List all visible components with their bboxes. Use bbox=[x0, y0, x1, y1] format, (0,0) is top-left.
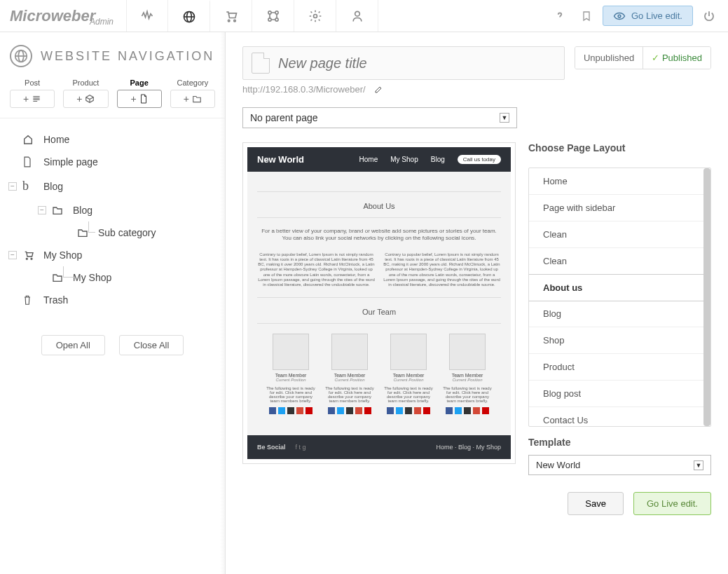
tree-item-myshop-child[interactable]: My Shop bbox=[10, 266, 215, 289]
go-live-button[interactable]: Go Live edit. bbox=[633, 492, 711, 515]
close-all-button[interactable]: Close All bbox=[119, 335, 184, 355]
save-button[interactable]: Save bbox=[568, 492, 624, 515]
collapse-toggle[interactable]: − bbox=[8, 251, 17, 259]
tab-settings[interactable] bbox=[294, 0, 336, 32]
tree-item-simple-page[interactable]: Simple page bbox=[10, 151, 215, 173]
svg-point-14 bbox=[31, 258, 32, 259]
layout-item[interactable]: Clean bbox=[529, 248, 710, 275]
blog-icon: b bbox=[22, 179, 35, 193]
choose-layout-title: Choose Page Layout bbox=[528, 142, 711, 153]
layout-item[interactable]: Product bbox=[529, 354, 710, 381]
tree-item-home[interactable]: Home bbox=[10, 128, 215, 151]
layout-item[interactable]: Page with sidebar bbox=[529, 195, 710, 221]
sidebar-title: WEBSITE NAVIGATION bbox=[41, 49, 214, 64]
topbar: Microweber Admin Go Live ed bbox=[0, 0, 728, 32]
content-type-category[interactable]: Category + bbox=[170, 78, 215, 108]
help-icon[interactable] bbox=[549, 10, 570, 22]
tree-item-blog-child[interactable]: − Blog bbox=[10, 199, 215, 221]
publish-status-toggle: Unpublished ✓ Published bbox=[575, 46, 711, 69]
edit-url-icon[interactable] bbox=[374, 86, 383, 94]
collapse-toggle[interactable]: − bbox=[8, 182, 17, 191]
layout-item[interactable]: Blog bbox=[529, 301, 710, 327]
right-panel: Choose Page Layout HomePage with sidebar… bbox=[528, 142, 711, 515]
trash-icon bbox=[22, 294, 35, 306]
content-type-page[interactable]: Page + bbox=[117, 78, 162, 108]
collapse-toggle[interactable]: − bbox=[38, 206, 46, 214]
brand[interactable]: Microweber Admin bbox=[0, 3, 126, 29]
content-type-post[interactable]: Post + bbox=[10, 78, 55, 108]
home-icon bbox=[22, 134, 35, 145]
cart-icon bbox=[22, 250, 35, 261]
parent-page-select[interactable]: No parent page ▼ bbox=[242, 107, 517, 128]
page-url: http://192.168.0.3/Microweber/ bbox=[242, 84, 366, 95]
svg-point-13 bbox=[26, 258, 27, 259]
globe-icon bbox=[10, 45, 32, 67]
go-live-label: Go Live edit. bbox=[631, 11, 682, 21]
page-title-input[interactable] bbox=[278, 55, 556, 71]
bookmark-icon[interactable] bbox=[576, 10, 597, 22]
svg-point-9 bbox=[355, 11, 359, 16]
layout-preview: New World Home My Shop Blog Call us toda… bbox=[242, 142, 516, 464]
tree-item-myshop[interactable]: − My Shop bbox=[10, 244, 215, 266]
svg-point-4 bbox=[268, 11, 270, 13]
tab-users[interactable] bbox=[336, 0, 378, 32]
power-icon[interactable] bbox=[699, 10, 720, 22]
open-all-button[interactable]: Open All bbox=[41, 335, 105, 355]
url-row: http://192.168.0.3/Microweber/ bbox=[242, 84, 711, 95]
layout-list: HomePage with sidebarCleanCleanAbout usB… bbox=[528, 168, 711, 427]
layout-item[interactable]: About us bbox=[528, 274, 711, 301]
brand-main: Microweber bbox=[10, 7, 95, 25]
tab-modules[interactable] bbox=[252, 0, 294, 32]
tree-item-blog[interactable]: − b Blog bbox=[10, 173, 215, 199]
layout-item[interactable]: Home bbox=[529, 168, 710, 195]
sidebar: WEBSITE NAVIGATION Post + Product + Page… bbox=[0, 32, 226, 574]
svg-point-8 bbox=[313, 14, 317, 18]
layout-item[interactable]: Shop bbox=[529, 327, 710, 354]
svg-point-10 bbox=[618, 15, 621, 18]
dropdown-arrow-icon: ▼ bbox=[500, 113, 509, 123]
layout-item[interactable]: Clean bbox=[529, 221, 710, 248]
svg-point-2 bbox=[228, 20, 230, 21]
page-title-box bbox=[242, 46, 565, 80]
svg-point-5 bbox=[275, 11, 277, 13]
template-select[interactable]: New World ▼ bbox=[528, 455, 711, 475]
content-area: Unpublished ✓ Published http://192.168.0… bbox=[226, 32, 728, 574]
brand-sub: Admin bbox=[90, 17, 114, 27]
tree-item-trash[interactable]: Trash bbox=[10, 289, 215, 311]
go-live-button-top[interactable]: Go Live edit. bbox=[603, 6, 693, 26]
dropdown-arrow-icon: ▼ bbox=[694, 460, 703, 470]
layout-item[interactable]: Blog post bbox=[529, 381, 710, 407]
content-type-product[interactable]: Product + bbox=[63, 78, 108, 108]
tab-website[interactable] bbox=[168, 0, 210, 32]
svg-point-3 bbox=[233, 20, 235, 21]
status-unpublished[interactable]: Unpublished bbox=[575, 47, 643, 69]
content-types: Post + Product + Page + Category + bbox=[0, 73, 225, 118]
status-published[interactable]: ✓ Published bbox=[643, 47, 710, 69]
svg-point-6 bbox=[268, 18, 270, 20]
template-label: Template bbox=[528, 437, 711, 448]
tab-shop[interactable] bbox=[210, 0, 252, 32]
svg-point-7 bbox=[275, 18, 277, 20]
nav-tree: Home Simple page − b Blog − Blog Sub cat… bbox=[0, 118, 225, 321]
page-icon bbox=[22, 156, 35, 168]
tab-dashboard[interactable] bbox=[126, 0, 168, 32]
scrollbar[interactable] bbox=[703, 168, 710, 426]
topbar-right: Go Live edit. bbox=[549, 6, 728, 26]
topbar-tabs bbox=[126, 0, 378, 32]
page-icon bbox=[252, 53, 270, 74]
folder-icon bbox=[52, 205, 64, 215]
tree-item-sub-category[interactable]: Sub category bbox=[10, 221, 215, 244]
layout-item[interactable]: Contact Us bbox=[529, 407, 710, 427]
sidebar-header: WEBSITE NAVIGATION bbox=[0, 32, 225, 73]
